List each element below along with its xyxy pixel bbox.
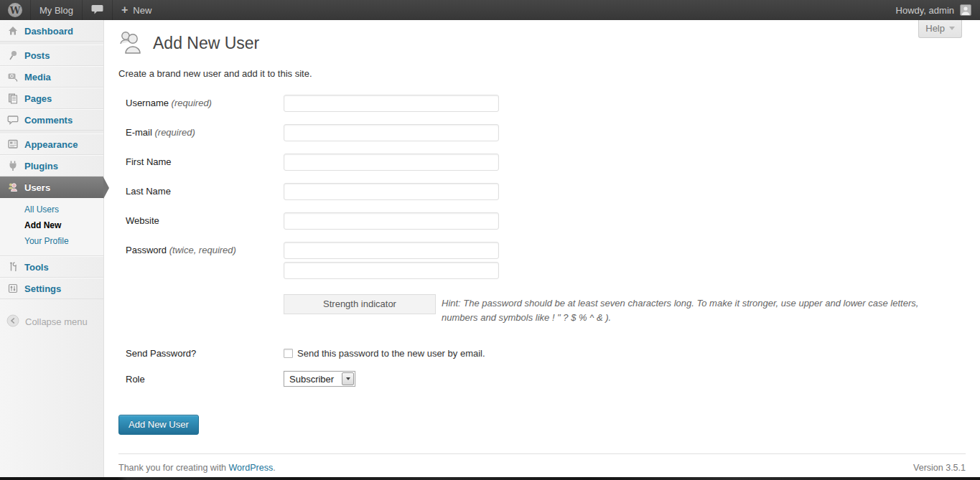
send-password-label: Send Password?	[118, 345, 284, 359]
appearance-icon	[6, 138, 19, 150]
password-label: Password (twice, required)	[118, 242, 284, 282]
send-password-description: Send this password to the new user by em…	[297, 348, 485, 359]
submenu-all-users[interactable]: All Users	[0, 202, 103, 217]
collapse-menu-button[interactable]: Collapse menu	[0, 311, 103, 332]
first-name-row: First Name	[118, 154, 966, 171]
dashboard-icon	[6, 25, 19, 37]
email-row: E-mail (required)	[118, 124, 966, 141]
site-name-label: My Blog	[39, 5, 73, 16]
admin-sidebar: Dashboard Posts Media Pages Comments App…	[0, 20, 104, 477]
last-name-label: Last Name	[118, 183, 284, 200]
sidebar-item-label: Comments	[24, 115, 73, 126]
sidebar-item-plugins[interactable]: Plugins	[0, 155, 103, 177]
field-label: E-mail	[126, 127, 152, 138]
required-hint: (twice, required)	[169, 245, 236, 255]
comments-bubble-button[interactable]	[83, 0, 113, 20]
site-name-link[interactable]: My Blog	[31, 0, 83, 20]
username-row: Username (required)	[118, 95, 966, 112]
footer-version: Version 3.5.1	[913, 463, 966, 473]
password-strength-indicator: Strength indicator	[284, 294, 436, 314]
sidebar-item-pages[interactable]: Pages	[0, 88, 103, 109]
password-input-1[interactable]	[284, 242, 499, 259]
comments-icon	[6, 114, 19, 126]
wordpress-logo-icon: W	[8, 3, 22, 17]
role-select[interactable]: Subscriber	[284, 371, 355, 387]
new-content-menu[interactable]: + New	[113, 0, 160, 20]
field-label: First Name	[126, 156, 172, 167]
wordpress-link[interactable]: WordPress	[229, 463, 274, 473]
settings-icon	[6, 283, 19, 294]
last-name-row: Last Name	[118, 183, 966, 200]
password-hint-text: Hint: The password should be at least se…	[442, 294, 953, 325]
field-label: Username	[126, 98, 169, 108]
password-strength-row: Strength indicator Hint: The password sh…	[118, 294, 966, 325]
required-hint: (required)	[172, 98, 212, 108]
help-label: Help	[925, 23, 945, 34]
footer: Thank you for creating with WordPress. V…	[118, 453, 966, 473]
chevron-down-icon	[346, 377, 350, 380]
email-label: E-mail (required)	[118, 124, 284, 141]
sidebar-item-label: Settings	[24, 283, 61, 294]
sidebar-item-label: Dashboard	[24, 26, 73, 37]
chevron-down-icon	[949, 27, 955, 30]
username-label: Username (required)	[118, 95, 284, 112]
sidebar-item-label: Posts	[24, 50, 50, 61]
send-password-checkbox[interactable]	[284, 349, 293, 358]
main-content: Help Add New User Create a brand new use…	[104, 20, 980, 477]
sidebar-item-label: Users	[24, 182, 50, 193]
field-label: Role	[126, 374, 145, 385]
sidebar-item-posts[interactable]: Posts	[0, 44, 103, 66]
sidebar-item-appearance[interactable]: Appearance	[0, 133, 103, 155]
first-name-label: First Name	[118, 154, 284, 171]
website-input[interactable]	[284, 212, 499, 230]
add-user-form: Username (required) E-mail (required) Fi…	[118, 95, 966, 435]
sidebar-item-tools[interactable]: Tools	[0, 256, 103, 278]
password-row: Password (twice, required)	[118, 242, 966, 282]
plus-icon: +	[121, 4, 128, 16]
sidebar-item-dashboard[interactable]: Dashboard	[0, 20, 103, 42]
field-label: Password	[126, 245, 167, 255]
last-name-input[interactable]	[284, 183, 499, 200]
sidebar-item-label: Media	[24, 72, 51, 83]
website-label: Website	[118, 212, 284, 230]
admin-bar: W My Blog + New Howdy, admin	[0, 0, 980, 20]
field-label: Send Password?	[126, 348, 196, 359]
howdy-label: Howdy, admin	[896, 5, 954, 16]
footer-thanks-period: .	[273, 463, 275, 473]
wordpress-logo-menu[interactable]: W	[0, 0, 31, 20]
first-name-input[interactable]	[284, 154, 499, 171]
sidebar-item-label: Plugins	[24, 161, 58, 171]
username-input[interactable]	[284, 95, 499, 112]
website-row: Website	[118, 212, 966, 230]
avatar	[960, 4, 971, 16]
add-new-user-button[interactable]: Add New User	[118, 415, 199, 435]
users-submenu: All Users Add New Your Profile	[0, 198, 103, 256]
footer-thanks: Thank you for creating with WordPress.	[118, 463, 276, 473]
footer-thanks-text: Thank you for creating with	[118, 463, 229, 473]
collapse-arrow-icon	[6, 314, 19, 329]
send-password-row: Send Password? Send this password to the…	[118, 345, 966, 359]
account-menu[interactable]: Howdy, admin	[887, 0, 980, 20]
password-input-2[interactable]	[284, 262, 499, 279]
bottom-edge-strip	[0, 477, 980, 480]
tools-icon	[6, 261, 19, 273]
page-title: Add New User	[153, 34, 259, 53]
submenu-add-new[interactable]: Add New	[0, 217, 103, 233]
page-header: Add New User	[118, 20, 966, 57]
sidebar-item-settings[interactable]: Settings	[0, 278, 103, 299]
sidebar-item-label: Tools	[24, 262, 49, 273]
pin-icon	[6, 50, 19, 61]
comment-bubble-icon	[91, 4, 103, 17]
pages-icon	[6, 93, 19, 104]
sidebar-item-comments[interactable]: Comments	[0, 109, 103, 131]
role-selected-value: Subscriber	[284, 374, 341, 385]
current-menu-arrow	[103, 177, 109, 199]
users-icon	[6, 182, 19, 193]
help-tab[interactable]: Help	[918, 20, 962, 38]
sidebar-item-media[interactable]: Media	[0, 66, 103, 88]
email-input[interactable]	[284, 124, 499, 141]
select-dropdown-button[interactable]	[342, 372, 354, 385]
sidebar-item-users[interactable]: Users	[0, 177, 103, 198]
submenu-your-profile[interactable]: Your Profile	[0, 233, 103, 249]
plug-icon	[6, 160, 19, 171]
